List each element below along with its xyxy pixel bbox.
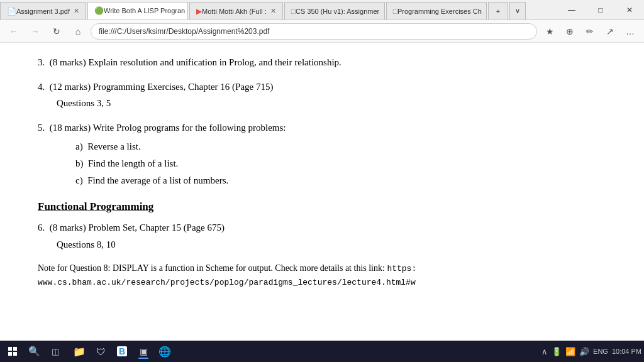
site-icon: 🟢 (94, 6, 104, 15)
list-item: b) Find the length of a list. (75, 155, 606, 172)
language-label: ENG (593, 348, 608, 355)
question-6: 6. (8 marks) Problem Set, Chapter 15 (Pa… (38, 221, 606, 251)
youtube-icon: ▶ (196, 7, 202, 16)
clock: 10:04 PM (612, 347, 641, 356)
close-button[interactable]: ✕ (615, 0, 644, 20)
app-b-icon: B (117, 346, 127, 356)
list-item: c) Find the average of a list of numbers… (75, 172, 606, 189)
question-5: 5. (18 marks) Write Prolog programs for … (38, 121, 606, 190)
minimize-button[interactable]: — (557, 0, 586, 20)
q5-body: (18 marks) Write Prolog programs for the… (50, 123, 286, 133)
new-tab-button[interactable]: + (488, 2, 508, 19)
item-c-text: Find the average of a list of numbers. (87, 175, 228, 185)
tab-cs350[interactable]: □ CS 350 (Hu v1): Assignmer ✕ (284, 2, 385, 19)
q6-number: 6. (38, 222, 45, 233)
tab-youtube[interactable]: ▶ Motti Motti Akh (Full : ✕ (189, 2, 283, 19)
title-bar: 📄 Assignment 3.pdf ✕ 🟢 Write Both A LISP… (0, 0, 644, 20)
item-c-label: c) (75, 175, 83, 185)
note-url-line2: www.cs.bham.ac.uk/research/projects/popl… (38, 278, 416, 287)
functional-programming-heading: Functional Programming (38, 200, 606, 213)
q6-body: (8 marks) Problem Set, Chapter 15 (Page … (50, 222, 225, 233)
share-icon[interactable]: ↗ (601, 23, 619, 40)
tab-close-btn[interactable]: ✕ (270, 7, 276, 15)
question-4-text: 4. (12 marks) Programming Exercises, Cha… (38, 80, 606, 94)
q3-body: (8 marks) Explain resolution and unifica… (50, 57, 341, 67)
tab-programming-exercises[interactable]: □ Programming Exercises Ch ✕ (386, 2, 487, 19)
question-6-sub: Questions 8, 10 (57, 238, 606, 252)
chevron-down-icon: ∨ (515, 7, 520, 15)
plus-icon: + (496, 8, 500, 15)
tab-label: Motti Motti Akh (Full : (202, 8, 267, 15)
page-icon: □ (393, 7, 397, 16)
windows-flag-icon: ▣ (140, 346, 148, 356)
shield-icon: 🛡 (96, 346, 106, 357)
taskbar-search-button[interactable]: 🔍 (24, 343, 44, 360)
tray-chevron[interactable]: ∧ (541, 347, 548, 356)
tab-assignment3[interactable]: 📄 Assignment 3.pdf ✕ (0, 2, 86, 19)
bookmark-icon[interactable]: ★ (541, 23, 558, 40)
add-to-favorites-icon[interactable]: ⊕ (561, 23, 579, 40)
tab-close-btn[interactable]: ✕ (74, 7, 79, 15)
refresh-button[interactable]: ↻ (48, 23, 65, 40)
wifi-icon: 📶 (565, 347, 575, 356)
tab-list: 📄 Assignment 3.pdf ✕ 🟢 Write Both A LISP… (0, 0, 527, 19)
search-icon: 🔍 (28, 346, 40, 357)
edit-icon[interactable]: ✏ (581, 23, 599, 40)
page-icon: □ (291, 7, 296, 16)
forward-button[interactable]: → (26, 23, 44, 40)
question-6-text: 6. (8 marks) Problem Set, Chapter 15 (Pa… (38, 221, 606, 235)
task-view-icon: ◫ (52, 347, 59, 356)
q5-number: 5. (38, 123, 45, 133)
back-button[interactable]: ← (5, 23, 23, 40)
task-view-button[interactable]: ◫ (45, 343, 65, 360)
chrome-app[interactable]: 🌐 (155, 343, 175, 360)
tab-label: CS 350 (Hu v1): Assignmer (296, 8, 379, 15)
note-prefix: Note for Question 8: DISPLAY is a functi… (38, 263, 387, 273)
q3-number: 3. (38, 57, 45, 67)
tabs-dropdown-button[interactable]: ∨ (509, 2, 526, 19)
tab-label: Programming Exercises Ch (397, 8, 482, 15)
tab-close-btn[interactable]: ✕ (383, 7, 384, 15)
app-b-button[interactable]: B (112, 343, 132, 360)
taskbar: 🔍 ◫ 📁 🛡 B ▣ 🌐 ∧ 🔋 📶 🔊 ENG 10:04 PM (0, 341, 644, 362)
window-controls: — □ ✕ (557, 0, 644, 19)
address-bar-icons: ★ ⊕ ✏ ↗ … (541, 23, 639, 40)
question-5-list: a) Reverse a list. b) Find the length of… (75, 138, 606, 189)
shield-app[interactable]: 🛡 (91, 343, 111, 360)
q4-number: 4. (38, 82, 45, 92)
q4-body: (12 marks) Programming Exercises, Chapte… (50, 82, 274, 92)
volume-icon: 🔊 (579, 347, 589, 356)
file-explorer-icon: 📁 (73, 346, 86, 358)
item-b-label: b) (75, 158, 84, 168)
start-button[interactable] (3, 343, 23, 360)
maximize-button[interactable]: □ (586, 0, 615, 20)
chrome-icon: 🌐 (158, 346, 171, 358)
item-a-text: Reverse a list. (87, 141, 141, 151)
taskbar-tray: ∧ 🔋 📶 🔊 ENG 10:04 PM (541, 347, 641, 356)
question-3-text: 3. (8 marks) Explain resolution and unif… (38, 55, 606, 70)
item-b-text: Find the length of a list. (88, 158, 178, 168)
question-5-text: 5. (18 marks) Write Prolog programs for … (38, 121, 606, 135)
windows-icon (8, 347, 17, 356)
tab-close-btn[interactable]: ✕ (486, 7, 487, 15)
home-button[interactable]: ⌂ (69, 23, 87, 40)
question-3: 3. (8 marks) Explain resolution and unif… (38, 55, 606, 70)
taskbar-pinned-apps: 📁 🛡 B ▣ 🌐 (69, 343, 175, 360)
address-bar: ← → ↻ ⌂ ★ ⊕ ✏ ↗ … (0, 20, 644, 43)
pdf-content: 3. (8 marks) Explain resolution and unif… (0, 43, 644, 341)
battery-icon: 🔋 (552, 347, 562, 356)
pdf-icon: 📄 (7, 7, 16, 16)
url-input[interactable] (91, 23, 537, 40)
more-options-icon[interactable]: … (621, 23, 639, 40)
question-4: 4. (12 marks) Programming Exercises, Cha… (38, 80, 606, 111)
tab-label: Assignment 3.pdf (16, 8, 70, 15)
tab-label: Write Both A LISP Progran (104, 7, 185, 14)
file-explorer-app[interactable]: 📁 (69, 343, 89, 360)
note-link: https: (387, 264, 416, 273)
tab-write-lisp[interactable]: 🟢 Write Both A LISP Progran ✕ (87, 2, 188, 19)
question-4-sub: Questions 3, 5 (57, 96, 606, 111)
windows-app[interactable]: ▣ (133, 343, 153, 360)
list-item: a) Reverse a list. (75, 138, 606, 155)
time-display: 10:04 PM (612, 347, 641, 356)
item-a-label: a) (75, 141, 83, 151)
